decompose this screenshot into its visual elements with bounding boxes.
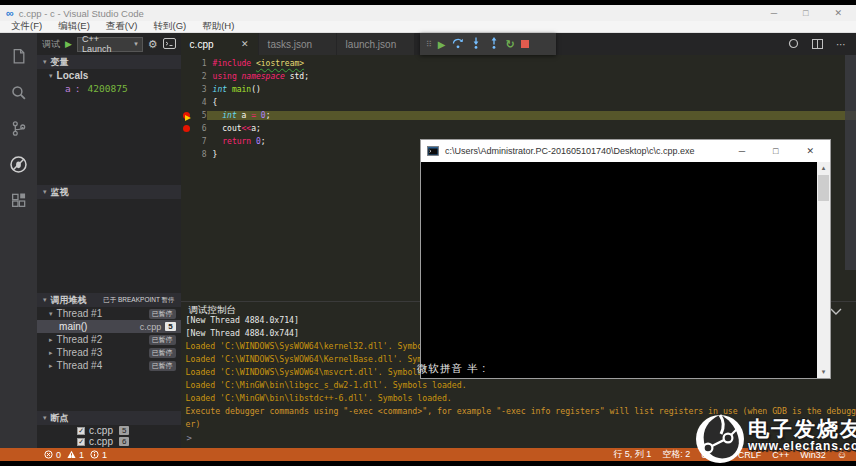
menu-item-edit[interactable]: 编辑(E) (51, 20, 97, 33)
chevron-down-icon[interactable] (830, 301, 842, 319)
console-minimize-button[interactable]: ─ (739, 146, 745, 156)
twisty-open-icon: ▾ (43, 58, 47, 66)
tab-c-cpp[interactable]: c.cpp✕ (181, 33, 259, 55)
console-output-area[interactable]: ▴ ▾ (421, 162, 830, 378)
open-debug-console-icon[interactable] (163, 38, 176, 51)
code-line[interactable]: 3int main() (181, 83, 856, 96)
start-debugging-icon[interactable]: ▶ (65, 39, 72, 49)
call-stack-thread[interactable]: ▸Thread #3已暂停 (37, 346, 181, 359)
twisty-open-icon: ▾ (49, 72, 53, 80)
tab-tasks-json[interactable]: tasks.json (259, 33, 337, 55)
breakpoint-checkbox[interactable]: ✓ (77, 438, 85, 446)
extensions-icon[interactable] (8, 189, 30, 211)
variables-section-header[interactable]: ▾ 变量 (37, 55, 181, 69)
menu-item-view[interactable]: 查看(V) (99, 20, 145, 33)
close-tab-icon[interactable]: ✕ (227, 39, 249, 49)
status-indent[interactable]: 空格: 2 (662, 448, 690, 461)
explorer-icon[interactable] (8, 45, 30, 67)
more-actions-icon[interactable]: ⋯ (836, 39, 846, 50)
code-token (213, 111, 223, 120)
console-maximize-button[interactable]: □ (773, 146, 778, 156)
code-line[interactable]: 4{ (181, 96, 856, 109)
tab-launch-json[interactable]: launch.json (337, 33, 415, 55)
step-into-icon[interactable] (470, 35, 482, 53)
restart-icon[interactable]: ↻ (506, 38, 515, 51)
step-over-icon[interactable] (452, 35, 464, 53)
twisty-closed-icon: ▸ (49, 336, 53, 344)
debug-console-line: Loaded 'C:\MinGW\bin\libstdc++-6.dll'. S… (186, 392, 856, 405)
code-text: cout<<a; (207, 124, 856, 133)
call-stack-thread[interactable]: ▸Thread #2已暂停 (37, 333, 181, 346)
menu-item-goto[interactable]: 转到(G) (146, 20, 193, 33)
code-line[interactable]: 2using namespace std; (181, 70, 856, 83)
breakpoint-item[interactable]: ✓c.cpp5 (37, 425, 181, 436)
error-count: 0 (56, 450, 61, 460)
scroll-up-icon[interactable]: ▴ (817, 162, 830, 174)
line-number: 1 (193, 59, 207, 68)
code-token: int (213, 85, 232, 94)
twisty-closed-icon: ▸ (49, 362, 53, 370)
step-out-icon[interactable] (488, 35, 500, 53)
variable-row[interactable]: a:4200875 (37, 82, 181, 95)
info-count: 1 (102, 450, 107, 460)
breakpoint-gutter[interactable] (181, 112, 193, 119)
code-line[interactable]: 1#include <iostream> (181, 57, 856, 70)
code-token: a; (251, 124, 261, 133)
watch-section-header[interactable]: ▾ 监视 (37, 185, 181, 199)
call-stack-frame[interactable]: main()c.cpp5 (37, 320, 181, 333)
circle-action-icon[interactable] (788, 35, 799, 53)
twisty-closed-icon: ▸ (49, 349, 53, 357)
close-button[interactable]: ✕ (834, 9, 842, 18)
code-line[interactable]: 6 cout<<a; (181, 122, 856, 135)
continue-icon[interactable]: ▶ (438, 39, 446, 50)
ime-indicator: 微软拼音 半 : (417, 362, 486, 376)
console-close-button[interactable]: ✕ (806, 146, 814, 156)
call-stack-section-header[interactable]: ▾ 调用堆栈 已于 BREAKPOINT 暂停 (37, 293, 181, 307)
vscode-logo-icon: ∞ (6, 8, 14, 19)
console-window[interactable]: c:\Users\Administrator.PC-201605101740\D… (420, 139, 831, 379)
problems-status[interactable]: 0 1 1 (44, 450, 107, 460)
console-scrollbar[interactable]: ▴ ▾ (817, 162, 830, 378)
scroll-down-icon[interactable]: ▾ (817, 366, 830, 378)
frame-file: c.cpp (140, 322, 162, 332)
code-text: int main() (207, 85, 856, 94)
thread-state-badge: 已暂停 (149, 361, 176, 371)
stop-icon[interactable] (521, 40, 529, 48)
source-control-icon[interactable] (8, 117, 30, 139)
drag-handle-icon[interactable]: ⠿ (426, 40, 432, 49)
window-title: c.cpp - c - Visual Studio Code (19, 8, 144, 19)
call-stack-thread[interactable]: ▾Thread #1已暂停 (37, 307, 181, 320)
launch-config-select[interactable]: C++ Launch ▾ (77, 37, 143, 52)
call-stack-thread[interactable]: ▸Thread #4已暂停 (37, 359, 181, 372)
console-title: c:\Users\Administrator.PC-201605101740\D… (445, 146, 695, 156)
menu-item-help[interactable]: 帮助(H) (195, 20, 241, 33)
breakpoint-checkbox[interactable]: ✓ (77, 427, 85, 435)
code-line[interactable]: 5 int a = 0; (181, 109, 856, 122)
configure-gear-icon[interactable]: ⚙ (148, 39, 158, 50)
elecfans-logo-icon (694, 412, 746, 466)
maximize-button[interactable]: □ (803, 9, 808, 18)
thread-name: Thread #4 (57, 360, 103, 371)
call-stack-section-label: 调用堆栈 (51, 294, 87, 307)
status-cursor[interactable]: 行 5, 列 1 (613, 448, 651, 461)
breakpoint-gutter[interactable] (181, 125, 193, 132)
console-titlebar[interactable]: c:\Users\Administrator.PC-201605101740\D… (421, 140, 830, 162)
minimize-button[interactable]: ─ (771, 9, 777, 18)
code-token: using (213, 72, 242, 81)
error-icon (44, 450, 53, 459)
locals-scope-row[interactable]: ▾ Locals (37, 69, 181, 82)
code-text: using namespace std; (207, 72, 856, 81)
menu-item-file[interactable]: 文件(F) (4, 20, 49, 33)
line-number: 6 (193, 124, 207, 133)
frame-name: main() (59, 321, 87, 332)
editor-scrollbar[interactable] (845, 55, 856, 270)
window-controls: ─ □ ✕ (771, 9, 850, 18)
scrollbar-thumb[interactable] (818, 175, 829, 201)
breakpoints-section-header[interactable]: ▾ 断点 (37, 411, 181, 425)
split-editor-icon[interactable] (812, 35, 823, 53)
thread-state-badge: 已暂停 (149, 348, 176, 358)
debug-icon[interactable] (8, 153, 30, 175)
search-icon[interactable] (8, 81, 30, 103)
watermark-url: www.elecfans.com (748, 440, 856, 453)
breakpoint-item[interactable]: ✓c.cpp6 (37, 436, 181, 447)
